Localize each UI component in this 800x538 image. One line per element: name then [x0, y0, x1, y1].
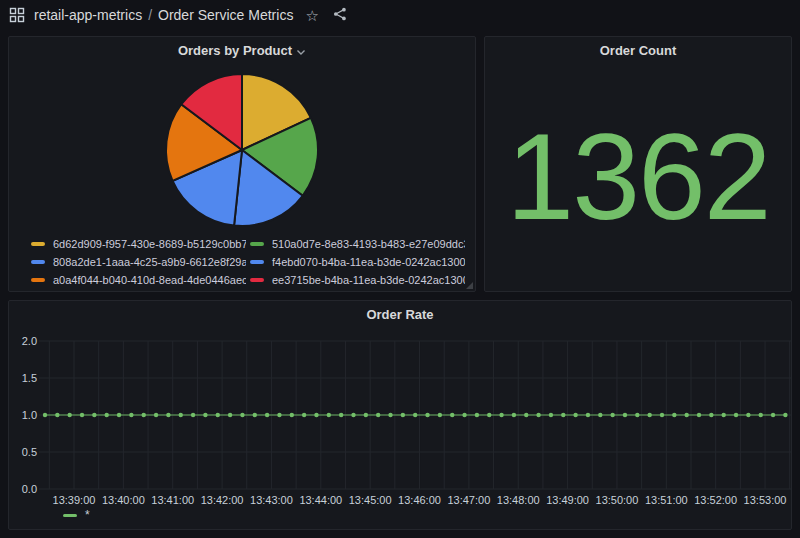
time-series-chart: * 0.00.51.01.52.013:39:0013:40:0013:41:0…	[9, 301, 791, 529]
star-dashboard-button[interactable]: ☆	[305, 8, 318, 23]
rate-series-point	[314, 413, 318, 417]
rate-series-point	[759, 413, 763, 417]
rate-series-point	[388, 413, 392, 417]
rate-series-point	[462, 413, 466, 417]
pie-legend-item[interactable]: 6d62d909-f957-430e-8689-b5129c0bb75e	[31, 235, 246, 253]
legend-color-marker	[250, 260, 264, 264]
rate-legend-label: *	[85, 508, 90, 522]
breadcrumb-page-title[interactable]: Order Service Metrics	[158, 7, 293, 23]
x-axis-label: 13:39:00	[46, 494, 102, 506]
pie-legend-item[interactable]: f4ebd070-b4ba-11ea-b3de-0242ac130004	[250, 253, 465, 271]
rate-series-point	[623, 413, 627, 417]
rate-series-point	[771, 413, 775, 417]
breadcrumb: retail-app-metrics / Order Service Metri…	[34, 7, 293, 23]
pie-legend-label: f4ebd070-b4ba-11ea-b3de-0242ac130004	[272, 256, 465, 268]
rate-series-point	[450, 413, 454, 417]
rate-series-point	[438, 413, 442, 417]
grafana-dashboard: retail-app-metrics / Order Service Metri…	[0, 0, 800, 538]
x-axis-label: 13:40:00	[95, 494, 151, 506]
rate-series-point	[302, 413, 306, 417]
rate-series-point	[129, 413, 133, 417]
rate-series-point	[55, 413, 59, 417]
rate-series-point	[549, 413, 553, 417]
legend-color-marker	[250, 242, 264, 246]
rate-series-point	[216, 413, 220, 417]
stat-value: 1362	[506, 116, 769, 238]
x-axis-label: 13:41:00	[145, 494, 201, 506]
rate-series-point	[475, 413, 479, 417]
pie-legend-label: 808a2de1-1aaa-4c25-a9b9-6612e8f29a38	[53, 256, 246, 268]
rate-series-point	[722, 413, 726, 417]
pie-legend-item[interactable]: a0a4f044-b040-410d-8ead-4de0446aec7e	[31, 271, 246, 289]
x-axis-label: 13:44:00	[293, 494, 349, 506]
rate-legend-marker	[63, 514, 77, 517]
rate-series-point	[154, 413, 158, 417]
x-axis-label: 13:51:00	[638, 494, 694, 506]
rate-series-point	[203, 413, 207, 417]
pie-legend-label: ee3715be-b4ba-11ea-b3de-0242ac130004	[272, 274, 465, 286]
rate-legend[interactable]: *	[63, 508, 90, 522]
x-axis-label: 13:53:00	[737, 494, 793, 506]
top-navbar: retail-app-metrics / Order Service Metri…	[0, 0, 800, 30]
rate-series-point	[586, 413, 590, 417]
panel-title-text: Order Count	[600, 43, 677, 58]
pie-legend-item[interactable]: 510a0d7e-8e83-4193-b483-e27e09ddc34d	[250, 235, 465, 253]
rate-series-point	[684, 413, 688, 417]
pie-chart[interactable]	[163, 71, 321, 229]
rate-series-point	[413, 413, 417, 417]
x-axis-label: 13:42:00	[194, 494, 250, 506]
dashboards-grid-icon[interactable]	[9, 7, 25, 23]
share-dashboard-button[interactable]	[333, 7, 347, 24]
x-axis-label: 13:49:00	[540, 494, 596, 506]
rate-series-point	[598, 413, 602, 417]
panel-order-rate: Order Rate * 0.00.51.01.52.013:39:0013:4…	[8, 300, 792, 530]
rate-series-point	[536, 413, 540, 417]
rate-series-point	[142, 413, 146, 417]
rate-series-point	[228, 413, 232, 417]
y-axis-label: 0.5	[9, 446, 37, 458]
rate-series-point	[179, 413, 183, 417]
panel-orders-by-product: Orders by Product 6d62d909-f957-430e-868…	[8, 36, 476, 292]
pie-legend-label: 510a0d7e-8e83-4193-b483-e27e09ddc34d	[272, 238, 465, 250]
rate-series-point	[166, 413, 170, 417]
legend-color-marker	[31, 260, 45, 264]
panel-title-order-count[interactable]: Order Count	[485, 37, 791, 63]
rate-plot-area[interactable]	[39, 335, 791, 495]
rate-series-point	[672, 413, 676, 417]
rate-series-point	[80, 413, 84, 417]
rate-series-point	[290, 413, 294, 417]
rate-series-point	[660, 413, 664, 417]
rate-series-point	[746, 413, 750, 417]
rate-series-point	[401, 413, 405, 417]
x-axis-label: 13:45:00	[342, 494, 398, 506]
breadcrumb-dashboard-link[interactable]: retail-app-metrics	[34, 7, 142, 23]
pie-legend-item[interactable]: 808a2de1-1aaa-4c25-a9b9-6612e8f29a38	[31, 253, 246, 271]
panel-title-orders-by-product[interactable]: Orders by Product	[9, 37, 475, 63]
rate-series-point	[277, 413, 281, 417]
star-icon: ☆	[305, 8, 318, 23]
rate-series-point	[697, 413, 701, 417]
x-axis-label: 13:43:00	[243, 494, 299, 506]
rate-series-point	[635, 413, 639, 417]
rate-series-point	[351, 413, 355, 417]
rate-series-point	[524, 413, 528, 417]
rate-series-point	[43, 413, 47, 417]
pie-legend: 6d62d909-f957-430e-8689-b5129c0bb75e510a…	[31, 235, 465, 289]
panel-order-count: Order Count 1362	[484, 36, 792, 292]
pie-legend-item[interactable]: ee3715be-b4ba-11ea-b3de-0242ac130004	[250, 271, 465, 289]
legend-color-marker	[31, 242, 45, 246]
y-axis-label: 2.0	[9, 335, 37, 347]
rate-series-point	[499, 413, 503, 417]
rate-series-point	[610, 413, 614, 417]
x-axis-label: 13:50:00	[589, 494, 645, 506]
pie-legend-label: 6d62d909-f957-430e-8689-b5129c0bb75e	[53, 238, 246, 250]
rate-series-point	[253, 413, 257, 417]
x-axis-label: 13:47:00	[441, 494, 497, 506]
panel-resize-handle[interactable]	[466, 282, 473, 289]
rate-series-point	[487, 413, 491, 417]
y-axis-label: 1.5	[9, 372, 37, 384]
share-alt-icon	[333, 7, 347, 24]
rate-series-point	[265, 413, 269, 417]
rate-series-point	[191, 413, 195, 417]
rate-series-point	[364, 413, 368, 417]
